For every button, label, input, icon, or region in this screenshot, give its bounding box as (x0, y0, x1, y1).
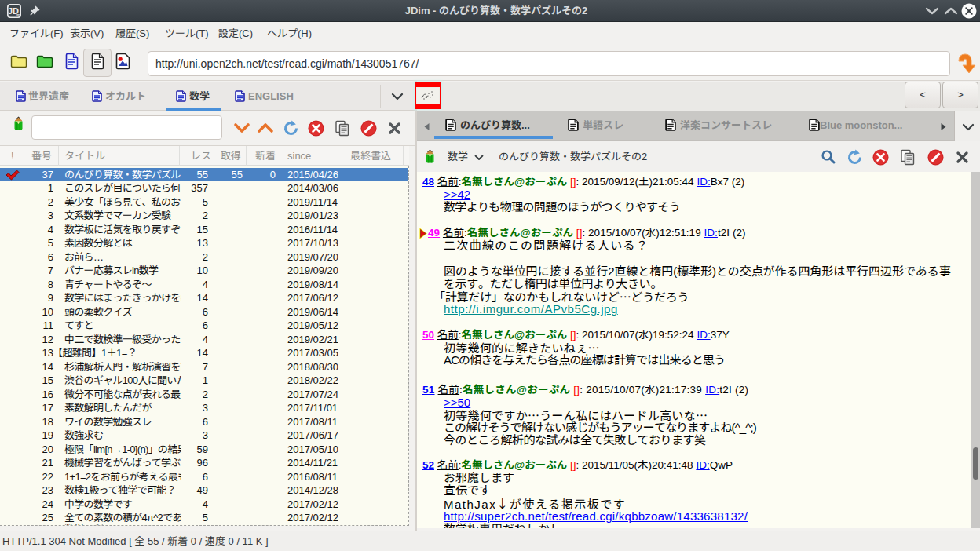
svg-text:im: im (16, 13, 20, 17)
